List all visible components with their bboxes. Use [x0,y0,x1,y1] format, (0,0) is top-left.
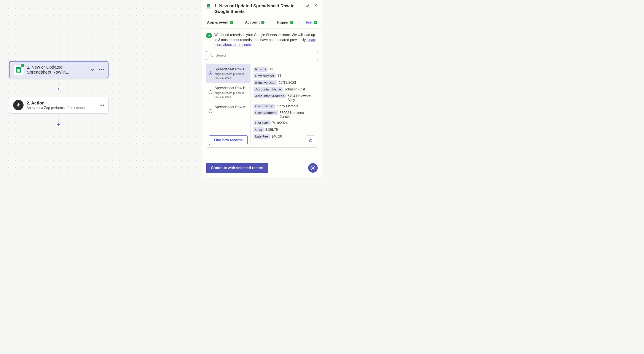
continue-button[interactable]: Continue with selected record [206,163,268,173]
detail-value: 11 [269,67,273,71]
close-icon[interactable] [313,3,318,8]
step-trigger-card[interactable]: 1. New or Updated Spreadsheet Row in... [9,61,108,78]
info-message: We found records in your Google Sheets a… [206,32,318,47]
radio-icon[interactable] [208,109,212,113]
check-circle-icon [261,21,264,24]
tab-test[interactable]: Test [304,17,318,28]
tab-label: Account [245,20,260,25]
search-field[interactable] [206,51,318,60]
svg-line-15 [212,56,213,57]
tab-label: Trigger [276,20,289,25]
detail-row: End Date7/10/2024 [254,120,315,125]
search-input[interactable] [216,53,315,58]
chevron-down-icon[interactable] [90,67,95,72]
connector-line [58,113,59,122]
detail-row: Effective Date12/13/2023 [254,80,315,85]
detail-value: 12/13/2023 [279,80,296,85]
panel-body: We found records in your Google Sheets a… [202,28,322,159]
action-flash-icon [13,100,24,110]
detail-key: Accountant Address [254,93,286,98]
detail-key: Cost [254,127,264,132]
connector-dotted [58,92,59,97]
tab-app-event[interactable]: App & event [206,17,234,28]
records-list: Spreadsheet Row C original record pulled… [206,64,250,148]
detail-row: Row ID11 [254,67,315,72]
detail-row: Accountant Address6454 Delaware Alley [254,93,315,102]
detail-key: End Date [254,120,270,125]
detail-value: 6454 Delaware Alley [288,93,315,102]
detail-key: Effective Date [254,80,277,85]
detail-key: Row Number [254,73,276,78]
record-name: Spreadsheet Row B [214,86,248,90]
google-sheets-app-icon [14,65,24,75]
google-sheets-icon [206,3,211,9]
check-circle-icon [206,33,212,38]
add-step-button[interactable]: ＋ [56,122,61,127]
tab-label: App & event [207,20,228,25]
tab-account[interactable]: Account [244,17,266,28]
panel-title: 1. New or Updated Spreadsheet Row in Goo… [214,3,302,14]
step-action-title: Action [31,101,44,105]
help-fab-icon[interactable] [308,163,318,173]
workflow-canvas[interactable]: 1. New or Updated Spreadsheet Row in... … [0,0,202,177]
step-trigger-text: 1. New or Updated Spreadsheet Row in... [27,65,87,75]
detail-row: Client NameKinny Lismore [254,104,315,109]
detail-key: Row ID [254,67,268,72]
detail-value: Kinny Lismore [276,104,298,108]
svg-point-5 [101,69,102,70]
detail-row: Row Number11 [254,73,315,78]
step-action-card[interactable]: 2. Action An event a Zap performs after … [9,97,108,114]
record-item[interactable]: Spreadsheet Row B original record pulled… [206,83,250,102]
detail-row: Accountant NameJohnson-Jast [254,87,315,92]
svg-point-7 [100,105,101,106]
svg-point-8 [101,105,102,106]
svg-point-18 [313,167,314,168]
record-sub: original record pulled on mai 28, 2024 [214,72,248,80]
record-name: Spreadsheet Row A [214,105,248,109]
detail-value: 83902 Karstens Junction [280,110,315,119]
step-trigger-num: 1. [27,65,30,69]
detail-value: 7/10/2024 [272,120,288,125]
search-icon [210,53,214,58]
find-new-records-button[interactable]: Find new records [209,135,248,145]
record-item[interactable]: Spreadsheet Row A [206,102,250,116]
panel-header: 1. New or Updated Spreadsheet Row in Goo… [202,0,322,17]
connector-line [58,78,59,86]
check-circle-icon [314,21,317,24]
svg-point-9 [103,105,104,106]
radio-icon[interactable] [208,90,212,94]
edit-data-button[interactable] [306,135,315,145]
record-name: Spreadsheet Row C [214,67,248,72]
info-text: We found records in your Google Sheets a… [214,32,318,47]
panel-footer: Continue with selected record [202,159,322,177]
records-container: Spreadsheet Row C original record pulled… [206,64,318,148]
more-options-icon[interactable] [99,67,104,72]
svg-point-17 [312,167,312,168]
record-item[interactable]: Spreadsheet Row C original record pulled… [206,64,250,83]
detail-key: Client Address [254,110,278,115]
svg-point-14 [210,54,212,56]
detail-value: 11 [278,73,282,78]
detail-value: $186.79 [266,127,278,132]
detail-key: Late Fee [254,134,270,139]
detail-value: Johnson-Jast [284,87,305,91]
more-options-icon[interactable] [99,103,104,108]
check-circle-icon [230,21,233,24]
add-step-button[interactable]: ＋ [56,86,61,92]
tab-trigger[interactable]: Trigger [275,17,294,28]
detail-row: Cost$186.79 [254,127,315,132]
svg-point-6 [103,69,104,70]
radio-selected-icon[interactable] [208,71,212,75]
detail-key: Client Name [254,104,275,109]
detail-row: Client Address83902 Karstens Junction [254,110,315,119]
record-sub: original record pulled on mai 28, 2024 [214,91,248,99]
panel-tabs: App & event Account Trigger Test [202,17,322,28]
step-success-badge-icon [20,63,25,68]
step-action-subtitle: An event a Zap performs after it starts [26,106,96,110]
record-details: Row ID11Row Number11Effective Date12/13/… [250,64,318,148]
detail-panel: 1. New or Updated Spreadsheet Row in Goo… [202,0,322,177]
svg-point-4 [100,69,100,70]
detail-key: Accountant Name [254,87,283,92]
edit-pencil-icon[interactable] [306,3,310,8]
tab-label: Test [305,20,312,25]
